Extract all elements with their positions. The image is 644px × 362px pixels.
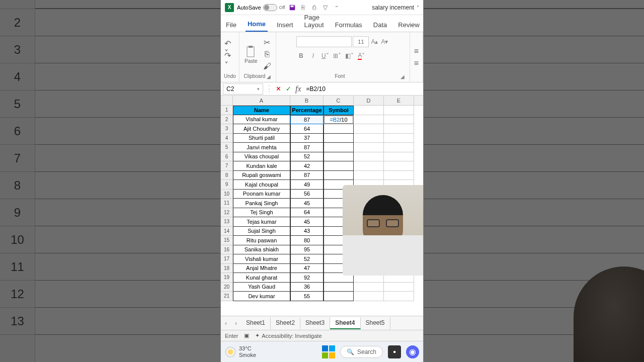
save-icon[interactable] bbox=[288, 4, 296, 12]
cell-percentage[interactable]: 92 bbox=[290, 273, 324, 283]
row-header[interactable]: 12 bbox=[221, 208, 232, 218]
cell-percentage[interactable]: 37 bbox=[290, 134, 324, 143]
cell-empty[interactable] bbox=[384, 124, 414, 134]
cell-name[interactable]: Vishali kumar bbox=[233, 254, 290, 264]
cell-symbol[interactable] bbox=[324, 143, 354, 152]
format-painter-button[interactable]: 🖌 bbox=[262, 61, 273, 72]
tab-pagelayout[interactable]: Page Layout bbox=[302, 11, 326, 32]
col-header-d[interactable]: D bbox=[354, 96, 384, 105]
worksheet-grid[interactable]: A B C D E 123456789101112131415161718192… bbox=[221, 96, 423, 316]
header-name[interactable]: Name bbox=[233, 106, 290, 115]
sheet-tab-sheet2[interactable]: Sheet2 bbox=[271, 317, 300, 329]
cell-percentage[interactable]: 45 bbox=[290, 217, 324, 227]
bold-button[interactable]: B bbox=[296, 51, 305, 60]
tab-review[interactable]: Review bbox=[396, 18, 422, 32]
header-symbol[interactable]: Symbol bbox=[324, 106, 354, 115]
row-header[interactable]: 7 bbox=[221, 161, 232, 171]
row-header[interactable]: 10 bbox=[221, 190, 232, 199]
cell-name[interactable]: Vikas choupal bbox=[233, 152, 290, 162]
overflow-icon[interactable]: ⁼ bbox=[333, 4, 341, 12]
cell-empty[interactable] bbox=[354, 292, 384, 301]
cell-name[interactable]: Janvi mehta bbox=[233, 143, 290, 152]
cell-empty[interactable] bbox=[354, 143, 384, 152]
cell-name[interactable]: Poonam kumar bbox=[233, 190, 290, 199]
taskbar-app-1[interactable]: ▪ bbox=[388, 345, 401, 358]
cell-percentage[interactable]: 47 bbox=[290, 264, 324, 274]
border-button[interactable]: ⊞˅ bbox=[333, 51, 342, 60]
cell-name[interactable]: Shurti patil bbox=[233, 134, 290, 143]
cell-empty[interactable] bbox=[354, 106, 384, 115]
font-size-input[interactable] bbox=[353, 36, 369, 47]
cut-button[interactable]: ✂ bbox=[262, 37, 273, 48]
cell-symbol[interactable] bbox=[324, 152, 354, 162]
cell-name[interactable]: Kunal gharat bbox=[233, 273, 290, 283]
cell-empty[interactable] bbox=[354, 115, 384, 125]
cell-empty[interactable] bbox=[354, 171, 384, 180]
cell-name[interactable]: Kajal choupal bbox=[233, 180, 290, 190]
font-color-button[interactable]: A˅ bbox=[357, 51, 366, 60]
cell-symbol[interactable] bbox=[324, 134, 354, 143]
tab-insert[interactable]: Insert bbox=[275, 18, 295, 32]
name-box[interactable]: C2▾ bbox=[223, 83, 263, 95]
row-header[interactable]: 15 bbox=[221, 236, 232, 245]
formula-input[interactable]: =B2/10 bbox=[303, 85, 423, 93]
cell-percentage[interactable]: 43 bbox=[290, 227, 324, 236]
sheet-tab-sheet5[interactable]: Sheet5 bbox=[361, 317, 390, 329]
underline-button[interactable]: U˅ bbox=[320, 51, 330, 60]
cell-name[interactable]: Pankaj Singh bbox=[233, 199, 290, 208]
row-header[interactable]: 21 bbox=[221, 292, 232, 301]
row-header[interactable]: 5 bbox=[221, 143, 232, 152]
col-header-c[interactable]: C bbox=[324, 96, 354, 105]
cell-name[interactable]: Tej Singh bbox=[233, 208, 290, 218]
increase-font-icon[interactable]: A▴ bbox=[370, 37, 379, 46]
cell-empty[interactable] bbox=[384, 292, 414, 301]
cell-percentage[interactable]: 52 bbox=[290, 152, 324, 162]
cell-symbol[interactable] bbox=[324, 124, 354, 134]
cell-percentage[interactable]: 80 bbox=[290, 236, 324, 245]
cell-symbol[interactable] bbox=[324, 283, 354, 292]
select-all-corner[interactable] bbox=[221, 96, 233, 105]
cell-empty[interactable] bbox=[384, 152, 414, 162]
cell-name[interactable]: Dev kumar bbox=[233, 292, 290, 301]
cell-percentage[interactable]: 87 bbox=[290, 171, 324, 180]
cell-empty[interactable] bbox=[354, 134, 384, 143]
cell-empty[interactable] bbox=[354, 283, 384, 292]
cell-name[interactable]: Yash Gaud bbox=[233, 283, 290, 292]
cell-name[interactable]: Tejas kumar bbox=[233, 217, 290, 227]
taskbar-search[interactable]: 🔍Search bbox=[340, 346, 383, 358]
cell-name[interactable]: Kundan kale bbox=[233, 161, 290, 171]
sheet-tab-sheet3[interactable]: Sheet3 bbox=[300, 317, 330, 329]
col-header-b[interactable]: B bbox=[290, 96, 324, 105]
tab-formulas[interactable]: Formulas bbox=[333, 18, 364, 32]
filename-label[interactable]: salary incement ˅ bbox=[372, 4, 419, 11]
row-header[interactable]: 19 bbox=[221, 273, 232, 283]
cell-percentage[interactable]: 87 bbox=[290, 115, 324, 125]
col-header-e[interactable]: E bbox=[384, 96, 414, 105]
cell-symbol[interactable] bbox=[324, 161, 354, 171]
cell-empty[interactable] bbox=[384, 143, 414, 152]
cell-percentage[interactable]: 95 bbox=[290, 245, 324, 255]
cell-name[interactable]: Sanika shiakh bbox=[233, 245, 290, 255]
cell-percentage[interactable]: 64 bbox=[290, 208, 324, 218]
fill-color-button[interactable]: ◧˅ bbox=[345, 51, 354, 60]
align-icon-2[interactable]: ≡ bbox=[411, 58, 422, 69]
sheet-nav-next[interactable]: › bbox=[231, 320, 241, 327]
cell-percentage[interactable]: 42 bbox=[290, 161, 324, 171]
cell-symbol[interactable] bbox=[324, 171, 354, 180]
cell-empty[interactable] bbox=[384, 283, 414, 292]
col-header-a[interactable]: A bbox=[233, 96, 290, 105]
tab-file[interactable]: File bbox=[224, 18, 238, 32]
italic-button[interactable]: I bbox=[308, 51, 317, 60]
sheet-tab-sheet1[interactable]: Sheet1 bbox=[241, 317, 271, 329]
cell-percentage[interactable]: 45 bbox=[290, 199, 324, 208]
row-header[interactable]: 14 bbox=[221, 227, 232, 236]
macro-record-icon[interactable]: ▣ bbox=[244, 332, 249, 339]
row-header[interactable]: 9 bbox=[221, 180, 232, 190]
accessibility-status[interactable]: ✦ Accessibility: Investigate bbox=[255, 332, 321, 339]
copy-button[interactable]: ⎘ bbox=[262, 49, 273, 60]
cell-percentage[interactable]: 36 bbox=[290, 283, 324, 292]
confirm-button[interactable]: ✓ bbox=[283, 85, 293, 93]
row-header[interactable]: 3 bbox=[221, 124, 232, 134]
cell-percentage[interactable]: 55 bbox=[290, 292, 324, 301]
cell-empty[interactable] bbox=[384, 161, 414, 171]
